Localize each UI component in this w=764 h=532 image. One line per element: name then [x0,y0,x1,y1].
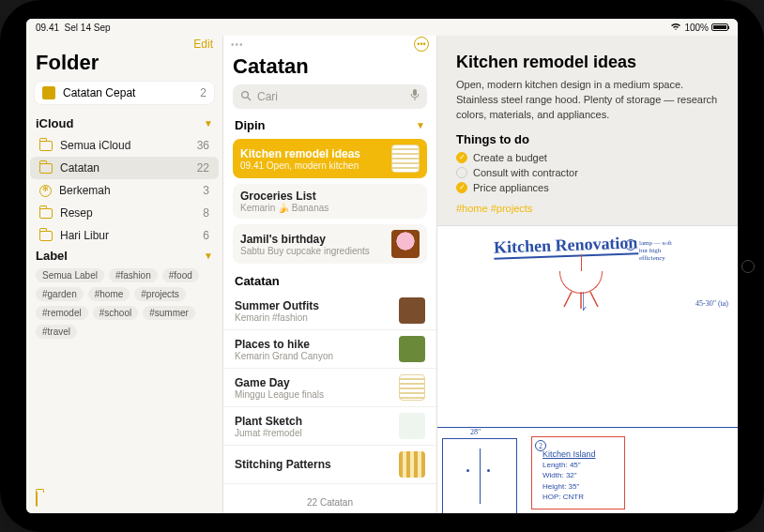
edit-button[interactable]: Edit [193,38,213,51]
note-thumbnail [399,297,425,324]
chevron-down-icon: ▼ [416,120,425,130]
checkbox-icon[interactable] [456,182,467,193]
note-thumbnail [399,336,425,362]
search-input[interactable]: Cari [233,84,427,109]
folder-row[interactable]: Semua iCloud 36 [30,134,219,157]
tag-list: Semua Label #fashion #food #garden #home… [26,266,222,346]
tag[interactable]: #fashion [109,268,158,282]
note-title[interactable]: Kitchen remodel ideas [456,53,723,72]
tag[interactable]: #garden [36,287,84,301]
drag-handle-icon[interactable]: ••• [231,39,244,50]
todo-item[interactable]: Price appliances [456,182,723,193]
pinned-header[interactable]: Dipin ▼ [223,116,436,136]
note-body[interactable]: Open, modern kitchen design in a medium … [456,78,723,123]
battery-icon [711,23,728,31]
svg-point-0 [242,91,249,98]
new-folder-icon[interactable] [36,492,38,507]
chevron-down-icon: ▼ [204,118,213,129]
note-thumbnail [391,144,420,173]
note-hashtags[interactable]: #home #projects [456,203,723,214]
status-date: Sel 14 Sep [65,23,111,33]
folder-row[interactable]: Berkemah 3 [30,179,219,202]
sidebar-title: Folder [26,51,222,81]
annotation-text: lamp — soft but high efficiency [639,239,679,262]
label-section-header[interactable]: Label ▼ [26,247,222,266]
notelist-title: Catatan [223,53,436,84]
quick-note-count: 2 [200,86,206,99]
tag[interactable]: #remodel [36,306,88,320]
tag[interactable]: #school [93,306,138,320]
checkbox-icon[interactable] [456,152,467,163]
folder-icon [39,231,53,241]
dimension-label: 28" [470,428,481,436]
note-row[interactable]: Summer OutfitsKemarin #fashion [223,292,436,330]
note-row[interactable]: Plant SketchJumat #remodel [223,407,436,446]
arrow-icon [583,292,630,320]
todo-heading: Things to do [456,132,723,146]
todo-item[interactable]: Consult with contractor [456,167,723,178]
note-card[interactable]: Jamil's birthday Sabtu Buy cupcake ingre… [233,224,427,264]
status-time: 09.41 [36,23,59,33]
note-thumbnail [399,374,425,401]
lamp-sketch [559,254,603,294]
folder-row[interactable]: Resep 8 [30,202,219,224]
microphone-icon[interactable] [410,89,420,104]
quick-note-row[interactable]: Catatan Cepat 2 [34,81,215,105]
svg-rect-2 [413,89,417,96]
note-thumbnail [391,230,420,258]
notes-header[interactable]: Catatan [223,272,436,292]
folder-row[interactable]: Hari Libur 6 [30,224,219,247]
svg-line-1 [248,98,251,100]
note-row[interactable]: Places to hikeKemarin Grand Canyon [223,330,436,369]
status-bar: 09.41 Sel 14 Sep 100% [26,19,738,36]
tag[interactable]: #travel [36,325,77,339]
folder-icon [39,141,53,151]
folder-row[interactable]: Catatan 22 [30,157,219,179]
note-drawing[interactable]: Kitchen Renovation 1 lamp — soft but hig… [437,225,738,513]
icloud-section-header[interactable]: iCloud ▼ [26,114,222,134]
note-card[interactable]: Kitchen remodel ideas 09.41 Open, modern… [233,139,427,178]
tag[interactable]: #food [162,268,199,282]
quick-note-label: Catatan Cepat [63,86,135,99]
search-placeholder: Cari [257,90,278,103]
note-row[interactable]: Game DayMinggu League finals [223,369,436,407]
checkbox-icon[interactable] [456,167,467,178]
folder-icon [39,208,53,219]
gear-icon [39,185,52,197]
annotation-badge: 1 [625,239,636,251]
note-list: ••• ••• Catatan Cari Dipin ▼ [223,36,437,513]
island-annotation: Kitchen Island Length: 45" Width: 32" He… [542,448,596,502]
note-thumbnail [399,413,425,439]
todo-item[interactable]: Create a budget [456,152,723,163]
quick-note-icon [42,86,55,99]
note-detail: Kitchen remodel ideas Open, modern kitch… [437,36,738,513]
folder-icon [39,163,53,174]
wifi-icon [670,23,681,33]
chevron-down-icon: ▼ [204,251,213,261]
more-options-icon[interactable]: ••• [414,37,429,52]
dimension-label: 45-30" (ta) [695,299,728,308]
folder-sidebar: Edit Folder Catatan Cepat 2 iCloud ▼ Sem… [26,36,223,513]
tag[interactable]: #home [88,287,130,301]
svg-line-5 [564,292,572,307]
search-icon [240,90,252,104]
note-row[interactable]: Stitching Patterns [223,446,436,484]
cabinet-sketch [442,438,517,513]
note-card[interactable]: Groceries List Kemarin 🍌 Bananas [233,184,427,219]
home-button[interactable] [741,260,755,273]
tag[interactable]: #projects [134,287,186,301]
battery-percent: 100% [684,23,709,33]
tag[interactable]: Semua Label [36,268,104,282]
note-thumbnail [399,451,425,478]
tag[interactable]: #summer [143,306,195,320]
note-count-footer: 22 Catatan [223,492,436,513]
